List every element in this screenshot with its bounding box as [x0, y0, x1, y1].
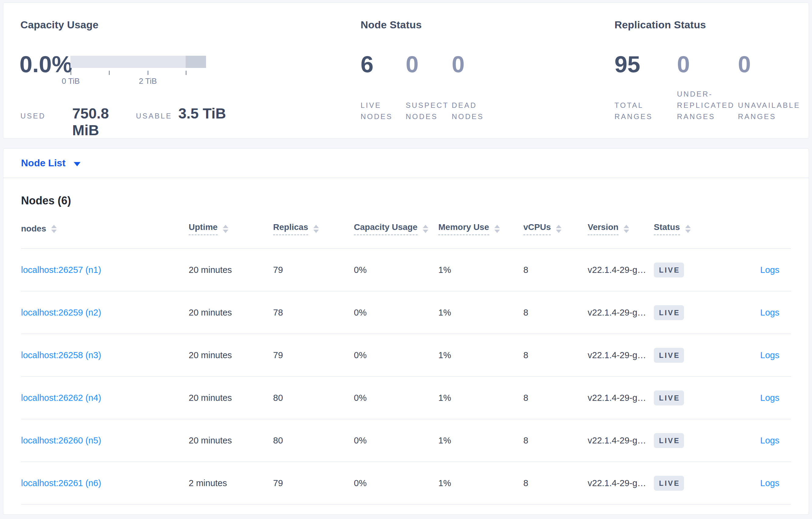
uptime-cell: 2 minutes — [189, 478, 273, 488]
sort-icon — [51, 225, 57, 233]
uptime-cell: 20 minutes — [189, 393, 273, 403]
replicas-cell: 78 — [273, 308, 354, 318]
stat-value: 0 — [406, 52, 452, 77]
node-list-dropdown[interactable]: Node List — [21, 157, 81, 169]
replication-status-title: Replication Status — [614, 19, 706, 31]
logs-link[interactable]: Logs — [760, 478, 779, 488]
stat-value: 0 — [738, 52, 812, 77]
table-row: localhost:26261 (n6) 2 minutes 79 0% 1% … — [21, 462, 791, 505]
uptime-cell: 20 minutes — [189, 308, 273, 318]
replicas-cell: 80 — [273, 393, 354, 403]
node-list-header: Node List — [3, 149, 809, 178]
version-cell: v22.1.4-29-g… — [588, 478, 654, 488]
stat-value: 0 — [677, 52, 738, 77]
node-link[interactable]: localhost:26259 (n2) — [21, 308, 101, 317]
logs-link[interactable]: Logs — [760, 435, 779, 445]
replicas-cell: 80 — [273, 435, 354, 446]
uptime-cell: 20 minutes — [189, 265, 273, 275]
column-header-replicas[interactable]: Replicas — [273, 222, 354, 235]
stat-label: DEAD NODES — [452, 100, 493, 122]
memory-cell: 1% — [438, 393, 523, 403]
status-badge: LIVE — [654, 433, 684, 448]
version-cell: v22.1.4-29-g… — [588, 393, 654, 403]
node-link[interactable]: localhost:26258 (n3) — [21, 350, 101, 360]
column-header-memory-use[interactable]: Memory Use — [438, 222, 523, 235]
version-cell: v22.1.4-29-g… — [588, 435, 654, 446]
node-list-dropdown-label: Node List — [21, 157, 65, 169]
stat-label: TOTAL RANGES — [614, 100, 669, 122]
vcpus-cell: 8 — [523, 478, 588, 488]
capacity-axis-ticks — [70, 68, 206, 75]
stat-label: UNDER-REPLICATED RANGES — [677, 88, 736, 122]
sort-icon — [313, 225, 319, 233]
vcpus-cell: 8 — [523, 435, 588, 446]
table-header-row: nodes Uptime Replicas Capacity Usage — [21, 209, 791, 249]
sort-icon — [556, 225, 561, 233]
vcpus-cell: 8 — [523, 350, 588, 360]
node-link[interactable]: localhost:26261 (n6) — [21, 478, 101, 488]
capacity-cell: 0% — [354, 350, 438, 360]
node-link[interactable]: localhost:26257 (n1) — [21, 265, 101, 275]
table-row: localhost:26260 (n5) 20 minutes 80 0% 1%… — [21, 419, 791, 462]
table-row: localhost:26262 (n4) 20 minutes 80 0% 1%… — [21, 377, 791, 419]
replicas-cell: 79 — [273, 478, 354, 488]
axis-tick — [147, 71, 148, 75]
node-link[interactable]: localhost:26260 (n5) — [21, 435, 101, 445]
capacity-cell: 0% — [354, 478, 438, 488]
under-replicated-ranges-stat: 0 UNDER-REPLICATED RANGES — [677, 52, 738, 122]
version-cell: v22.1.4-29-g… — [588, 265, 654, 275]
status-badge: LIVE — [654, 391, 684, 405]
table-row: localhost:26259 (n2) 20 minutes 78 0% 1%… — [21, 292, 791, 334]
status-badge: LIVE — [654, 263, 684, 277]
capacity-usage-summary: Capacity Usage 0.0% 0 TiB 2 TiB USED 750… — [21, 3, 350, 138]
version-cell: v22.1.4-29-g… — [588, 350, 654, 360]
table-row: localhost:26257 (n1) 20 minutes 79 0% 1%… — [21, 249, 791, 292]
usable-value: 3.5 TiB — [178, 105, 226, 122]
status-badge: LIVE — [654, 305, 684, 320]
node-link[interactable]: localhost:26262 (n4) — [21, 393, 101, 403]
axis-tick-label: 0 TiB — [57, 77, 84, 86]
sort-icon — [494, 225, 500, 233]
logs-link[interactable]: Logs — [760, 393, 779, 403]
stat-value: 6 — [360, 52, 406, 77]
vcpus-cell: 8 — [523, 393, 588, 403]
node-list-panel: Node List Nodes (6) nodes Uptime Replic — [3, 148, 809, 515]
axis-tick-label: 2 TiB — [134, 77, 162, 86]
nodes-section: Nodes (6) nodes Uptime Replicas — [3, 194, 809, 505]
vcpus-cell: 8 — [523, 308, 588, 318]
stat-label: UNAVAILABLE RANGES — [738, 100, 812, 122]
memory-cell: 1% — [438, 350, 523, 360]
status-badge: LIVE — [654, 476, 684, 491]
stat-value: 0 — [452, 52, 513, 77]
memory-cell: 1% — [438, 308, 523, 318]
logs-link[interactable]: Logs — [760, 308, 779, 317]
node-status-title: Node Status — [360, 19, 422, 31]
logs-link[interactable]: Logs — [760, 265, 779, 275]
capacity-bar-reserved-segment — [185, 56, 206, 68]
axis-tick — [70, 71, 71, 75]
column-header-status[interactable]: Status — [654, 222, 740, 235]
nodes-count-title: Nodes (6) — [21, 194, 791, 207]
stat-value: 95 — [614, 52, 677, 77]
capacity-cell: 0% — [354, 265, 438, 275]
usable-label: USABLE — [136, 112, 178, 120]
dead-nodes-stat: 0 DEAD NODES — [452, 52, 513, 122]
vcpus-cell: 8 — [523, 265, 588, 275]
column-header-nodes[interactable]: nodes — [21, 224, 189, 234]
column-header-vcpus[interactable]: vCPUs — [523, 222, 588, 235]
unavailable-ranges-stat: 0 UNAVAILABLE RANGES — [738, 52, 812, 122]
capacity-used-percent: 0.0% — [20, 52, 72, 77]
replication-status-summary: Replication Status 95 TOTAL RANGES 0 UND… — [614, 3, 798, 138]
suspect-nodes-stat: 0 SUSPECT NODES — [406, 52, 452, 122]
axis-tick — [185, 71, 186, 75]
total-ranges-stat: 95 TOTAL RANGES — [614, 52, 677, 122]
table-row: localhost:26258 (n3) 20 minutes 79 0% 1%… — [21, 334, 791, 377]
capacity-usage-title: Capacity Usage — [21, 19, 98, 31]
column-header-uptime[interactable]: Uptime — [189, 222, 273, 235]
node-status-summary: Node Status 6 LIVE NODES 0 SUSPECT NODES… — [360, 3, 604, 138]
column-header-version[interactable]: Version — [588, 222, 654, 235]
uptime-cell: 20 minutes — [189, 350, 273, 360]
capacity-cell: 0% — [354, 435, 438, 446]
column-header-capacity-usage[interactable]: Capacity Usage — [354, 222, 438, 235]
logs-link[interactable]: Logs — [760, 350, 779, 360]
